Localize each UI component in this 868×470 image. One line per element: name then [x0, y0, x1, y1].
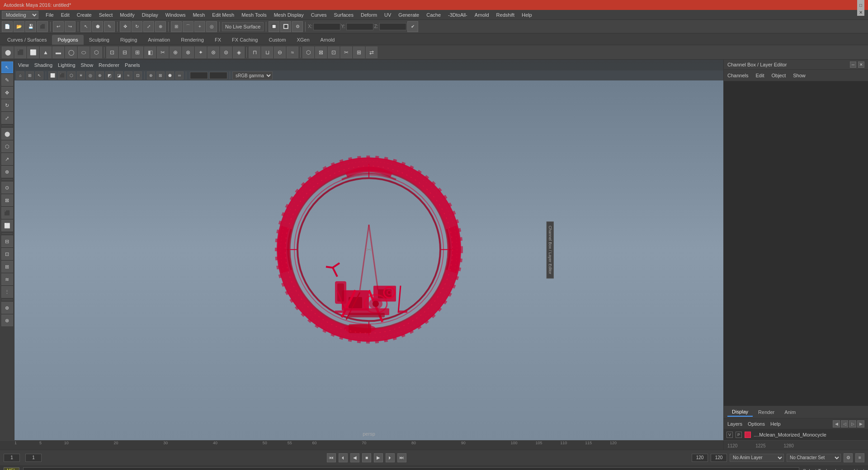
viewport[interactable]: View Shading Lighting Show Renderer Pane… [14, 60, 723, 440]
vp-light-btn[interactable]: ☀ [77, 71, 85, 80]
z-input[interactable] [379, 23, 406, 30]
module-dropdown[interactable]: Modeling Rigging Animation FX Rendering [2, 11, 38, 19]
menu-uv[interactable]: UV [381, 10, 395, 20]
tab-animation[interactable]: Animation [142, 35, 175, 45]
layer-next-btn[interactable]: ▶ [857, 420, 864, 428]
layer-back-btn[interactable]: ◁ [841, 420, 848, 428]
apply-transform-button[interactable]: ✔ [407, 21, 418, 32]
layer-visibility-v[interactable]: V [726, 432, 733, 438]
offset-loop-btn[interactable]: ⊗ [182, 47, 194, 58]
vp-shadow-btn[interactable]: ◩ [105, 71, 113, 80]
frame-sel-button[interactable]: ⬜ [1, 220, 13, 231]
snap-grid-button[interactable]: ⊞ [171, 21, 182, 32]
layer-prev-btn[interactable]: ◀ [833, 420, 840, 428]
menu-cache[interactable]: Cache [423, 10, 444, 20]
vp-shaded-btn[interactable]: ⬛ [58, 71, 66, 80]
range-end-input[interactable] [692, 454, 708, 462]
current-frame-input[interactable] [4, 454, 20, 462]
layer-fwd-btn[interactable]: ▷ [849, 420, 856, 428]
vp-smooth-btn[interactable]: ◎ [86, 71, 94, 80]
rotate-tool-left-button[interactable]: ↻ [1, 99, 13, 111]
y-input[interactable] [346, 23, 373, 30]
anim-prefs-btn[interactable]: ≡ [855, 453, 864, 462]
menu-help[interactable]: Help [518, 10, 536, 20]
module-selector[interactable]: Modeling Rigging Animation FX Rendering [2, 11, 38, 19]
menu-generate[interactable]: Generate [395, 10, 423, 20]
layer-visibility-p[interactable]: P [736, 432, 742, 438]
undo-button[interactable]: ↩ [53, 21, 64, 32]
menu-mesh-display[interactable]: Mesh Display [270, 10, 307, 20]
tab-polygons[interactable]: Polygons [52, 35, 83, 45]
boolean-btn[interactable]: ⊔ [261, 47, 273, 58]
reduce-btn[interactable]: ⊖ [274, 47, 286, 58]
vp-normal-btn[interactable]: ⊕ [96, 71, 104, 80]
open-scene-button[interactable]: 📂 [14, 21, 24, 32]
stop-btn[interactable]: ■ [362, 453, 371, 462]
uvtransfer-btn[interactable]: ⇄ [366, 47, 377, 58]
layer-mgr-button[interactable]: ⊟ [1, 235, 13, 247]
render-layer-button[interactable]: ⊡ [1, 248, 13, 260]
merge-btn[interactable]: ⊓ [249, 47, 260, 58]
menu-select[interactable]: Select [95, 10, 117, 20]
smooth-btn[interactable]: ≈ [287, 47, 298, 58]
rp-minimize-btn[interactable]: ─ [850, 61, 856, 68]
extrude-btn[interactable]: ⊡ [106, 47, 118, 58]
vp-menu-lighting[interactable]: Lighting [58, 62, 75, 68]
scale-tool-left-button[interactable]: ⤢ [1, 112, 13, 124]
poly-plane-btn[interactable]: ▬ [52, 47, 64, 58]
snap-point-button[interactable]: + [194, 21, 205, 32]
x-input[interactable] [313, 23, 340, 30]
attr-editor-tab[interactable]: Channel Box / Layer Editor [547, 221, 554, 278]
ipr-button[interactable]: 🔳 [280, 21, 291, 32]
menu-redshift[interactable]: Redshift [493, 10, 518, 20]
vp-aa-btn[interactable]: ∞ [175, 71, 184, 80]
slide-edge-btn[interactable]: ⊜ [220, 47, 232, 58]
menu-display[interactable]: Display [138, 10, 162, 20]
anim-layer-button[interactable]: ≋ [1, 273, 13, 285]
snap-view-button[interactable]: ◎ [206, 21, 217, 32]
close-button[interactable]: ✕ [857, 9, 864, 16]
insert-loop-btn[interactable]: ⊕ [170, 47, 181, 58]
command-input[interactable] [23, 467, 799, 470]
tab-fx[interactable]: FX [209, 35, 226, 45]
fill-hole-btn[interactable]: ⊞ [132, 47, 143, 58]
paint-sel-button[interactable]: ✎ [104, 21, 115, 32]
select-tool-button[interactable]: ↖ [80, 21, 91, 32]
save-scene-button[interactable]: 💾 [25, 21, 36, 32]
step-back-btn[interactable]: ⏴ [339, 453, 348, 462]
tab-rigging[interactable]: Rigging [115, 35, 142, 45]
vp-sel-btn[interactable]: ↖ [35, 71, 43, 80]
xray-button[interactable]: ⊙ [1, 182, 13, 193]
play-back-btn[interactable]: ◀ [350, 453, 359, 462]
cut-uv-btn[interactable]: ✂ [340, 47, 352, 58]
unfold-btn[interactable]: ⊠ [315, 47, 327, 58]
tab-xgen[interactable]: XGen [291, 35, 315, 45]
vp-texture-btn[interactable]: ⬡ [67, 71, 75, 80]
vp-input-y[interactable]: 1.00 [209, 72, 227, 79]
anim-layer-dropdown[interactable]: No Anim Layer [730, 454, 784, 462]
vp-gamma-dropdown[interactable]: sRGB gamma [232, 71, 273, 80]
poly-disk-btn[interactable]: ⬭ [78, 47, 90, 58]
uvmap-btn[interactable]: ⬡ [302, 47, 314, 58]
vp-menu-panels[interactable]: Panels [125, 62, 140, 68]
target-weld-btn[interactable]: ⊛ [208, 47, 219, 58]
lasso-tool-button[interactable]: ⬟ [92, 21, 103, 32]
display-layer-button[interactable]: ⊞ [1, 261, 13, 273]
menu-deform[interactable]: Deform [357, 10, 381, 20]
bevel-btn[interactable]: ◈ [233, 47, 245, 58]
menu-edit[interactable]: Edit [57, 10, 73, 20]
save-as-button[interactable]: ⬛ [37, 21, 48, 32]
vp-motion-btn[interactable]: ≈ [124, 71, 132, 80]
menu-surfaces[interactable]: Surfaces [330, 10, 357, 20]
cut-faces-btn[interactable]: ✂ [157, 47, 169, 58]
vp-menu-renderer[interactable]: Renderer [99, 62, 119, 68]
poly-cone-btn[interactable]: ▲ [40, 47, 52, 58]
vp-menu-show[interactable]: Show [81, 62, 94, 68]
menu-3dtoall[interactable]: -3DtoAll- [444, 10, 471, 20]
sew-uv-btn[interactable]: ⊞ [353, 47, 365, 58]
sculpt-button[interactable]: ⬡ [1, 141, 13, 152]
render-tab[interactable]: Render [754, 408, 779, 416]
vp-menu-shading[interactable]: Shading [34, 62, 52, 68]
redirect-button[interactable]: ↗ [1, 153, 13, 165]
layer-color-swatch[interactable] [745, 432, 751, 438]
